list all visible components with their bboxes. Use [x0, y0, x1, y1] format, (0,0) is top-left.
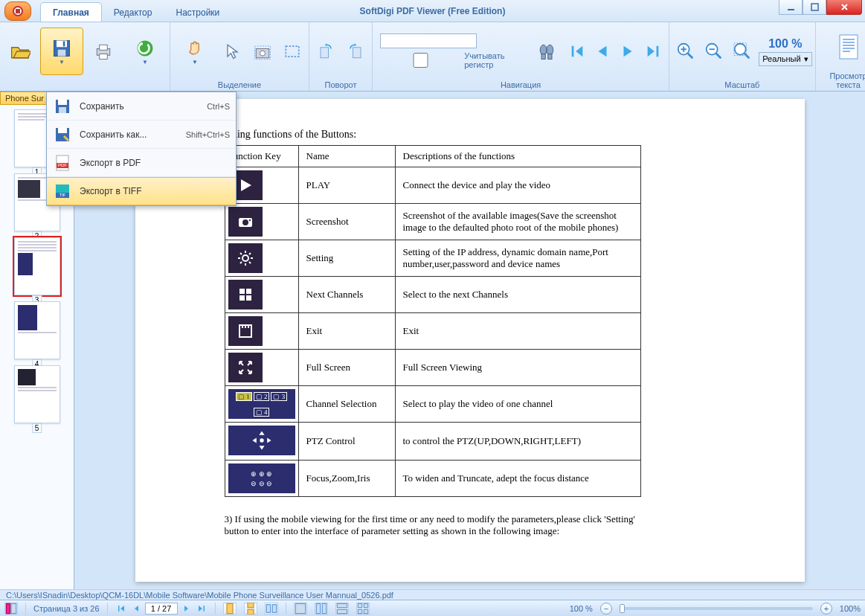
svg-rect-54 [272, 604, 276, 612]
svg-rect-32 [246, 289, 251, 294]
minimize-button[interactable] [779, 0, 803, 15]
pointer-tool-button[interactable] [219, 28, 246, 75]
sb-next-button[interactable] [181, 603, 193, 615]
sb-view-single[interactable] [223, 603, 237, 615]
zoom-out-button[interactable] [701, 35, 727, 68]
chevron-down-icon: ▼ [142, 59, 148, 65]
channel-grid-icon: ▢ 1▢ 2▢ 3▢ 4 [228, 389, 295, 419]
open-button[interactable] [3, 28, 37, 75]
sb-zoom-right: 100% [840, 604, 861, 613]
snapshot-tool-button[interactable] [249, 28, 276, 75]
sb-prev-button[interactable] [130, 603, 142, 615]
find-button[interactable] [532, 28, 562, 75]
svg-rect-10 [100, 54, 108, 60]
exit-icon [228, 316, 263, 346]
floppy-icon [53, 97, 72, 116]
sb-first-button[interactable] [115, 603, 127, 615]
sb-zoom-out-round[interactable]: − [600, 603, 612, 615]
sb-zoom-slider[interactable] [620, 607, 813, 610]
hand-tool-button[interactable]: ▼ [173, 28, 216, 75]
sb-layout-1[interactable] [294, 603, 307, 615]
functions-table: Function Key Name Descriptions of the fu… [225, 145, 641, 497]
sb-page-input[interactable] [145, 603, 178, 615]
svg-rect-31 [239, 289, 245, 294]
menu-save[interactable]: Сохранить Ctrl+S [47, 92, 236, 121]
svg-text:TIF: TIF [60, 193, 66, 197]
svg-rect-41 [58, 128, 67, 133]
undo-button[interactable]: ▼ [123, 28, 167, 75]
workspace: Phone Sur 1 2 3 4 5 The corresponding fu… [0, 92, 865, 589]
svg-rect-38 [58, 100, 67, 105]
svg-rect-6 [58, 49, 66, 56]
table-row: ExitExit [225, 313, 640, 350]
zoom-mode-select[interactable]: Реальный ▾ [759, 52, 811, 66]
svg-rect-55 [295, 603, 305, 613]
sb-last-button[interactable] [196, 603, 208, 615]
table-row: Next ChannelsSelect to the next Channels [225, 277, 640, 313]
doc-footnote: 3) If using the mobile viewing for the f… [225, 513, 641, 537]
svg-text:PDF: PDF [58, 163, 67, 167]
group-label-zoom: Масштаб [672, 79, 811, 89]
print-button[interactable] [86, 28, 120, 75]
svg-point-36 [260, 438, 263, 442]
window-title: SoftDigi PDF Viewer (Free Edition) [360, 6, 506, 16]
rotate-left-button[interactable] [312, 28, 339, 75]
sb-zoom-in-round[interactable]: + [820, 603, 832, 615]
zoom-marquee-button[interactable] [729, 35, 756, 68]
svg-point-29 [248, 219, 250, 221]
table-row: Full ScreenFull Screen Viewing [225, 350, 640, 386]
nav-last-button[interactable] [640, 35, 666, 68]
sb-layout-4[interactable] [356, 603, 370, 615]
save-button-dropdown[interactable]: ▼ [40, 28, 83, 75]
sb-layout-3[interactable] [335, 603, 349, 615]
table-row: PLAYConnect the device and play the vide… [225, 167, 640, 204]
menu-save-as[interactable]: Сохранить как... Shift+Ctrl+S [47, 121, 236, 149]
gear-icon [228, 243, 263, 273]
tab-editor[interactable]: Редактор [102, 3, 164, 22]
nav-prev-button[interactable] [590, 35, 615, 68]
svg-rect-20 [541, 54, 545, 60]
search-input[interactable] [380, 33, 477, 48]
rotate-right-button[interactable] [342, 28, 369, 75]
svg-rect-9 [100, 45, 108, 50]
sb-thumbs-button[interactable] [4, 603, 18, 615]
close-button[interactable] [826, 0, 862, 15]
zoom-in-button[interactable] [672, 35, 699, 68]
tab-main[interactable]: Главная [40, 2, 102, 22]
group-label-select: Выделение [173, 79, 306, 89]
menu-export-tiff[interactable]: TIF Экспорт в TIFF [47, 177, 236, 205]
sb-layout-2[interactable] [315, 603, 328, 615]
svg-rect-1 [16, 9, 20, 13]
maximize-button[interactable] [803, 0, 826, 15]
text-view-button[interactable] [819, 33, 865, 60]
search-case-checkbox[interactable]: Учитывать регистр [380, 51, 524, 69]
floppy-save-as-icon [53, 125, 72, 144]
svg-rect-39 [59, 107, 66, 113]
titlebar: Главная Редактор Настройки SoftDigi PDF … [0, 0, 865, 22]
thumbnail-page-5[interactable]: 5 [14, 365, 60, 423]
pdf-icon: PDF [53, 153, 72, 173]
nav-next-button[interactable] [615, 35, 640, 68]
svg-rect-33 [239, 295, 245, 301]
thumbnail-page-4[interactable]: 4 [14, 301, 60, 359]
svg-point-24 [735, 44, 746, 55]
svg-rect-3 [811, 4, 818, 10]
svg-rect-52 [248, 609, 254, 615]
group-label-textview: Просмотр текста [819, 70, 865, 89]
menu-export-pdf[interactable]: PDF Экспорт в PDF [47, 149, 236, 177]
svg-rect-26 [840, 35, 858, 59]
svg-rect-60 [358, 603, 361, 607]
svg-point-13 [260, 51, 266, 56]
tab-settings[interactable]: Настройки [164, 3, 231, 22]
svg-rect-5 [57, 40, 67, 47]
statusbar: Страница 3 из 26 100 % − + 100% [0, 600, 865, 616]
sb-view-continuous[interactable] [244, 603, 257, 615]
thumbnail-page-3[interactable]: 3 [14, 237, 60, 295]
svg-rect-21 [548, 54, 552, 60]
zoom-percent-value: 100 % [768, 37, 802, 51]
nav-first-button[interactable] [565, 35, 590, 68]
marquee-tool-button[interactable] [279, 28, 306, 75]
app-menu-button[interactable] [4, 1, 31, 21]
svg-rect-15 [286, 46, 299, 57]
sb-view-facing[interactable] [265, 603, 278, 615]
